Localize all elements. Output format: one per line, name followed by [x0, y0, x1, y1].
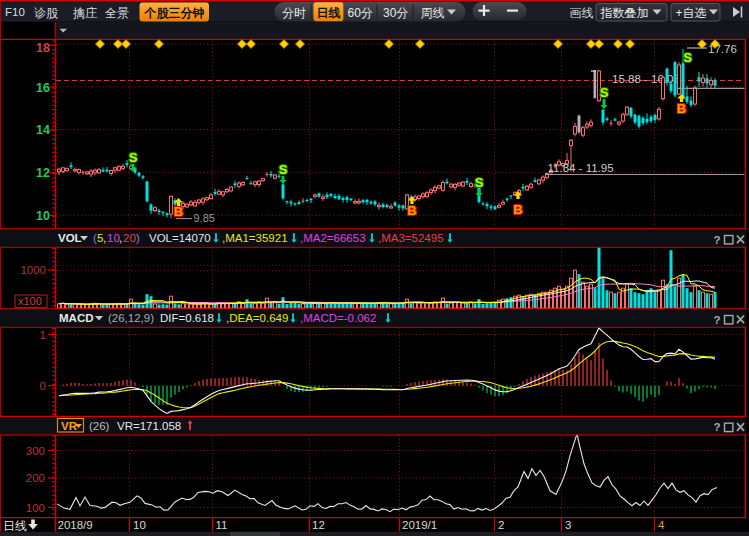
svg-text:10: 10	[107, 232, 120, 244]
svg-text:?: ?	[714, 314, 721, 326]
svg-text:): )	[136, 232, 140, 244]
svg-text:11.84 - 11.95: 11.84 - 11.95	[548, 162, 614, 174]
svg-text:,: ,	[119, 232, 122, 244]
svg-text:+自选: +自选	[676, 6, 707, 20]
svg-text:B: B	[407, 203, 416, 218]
svg-text:100: 100	[26, 502, 45, 514]
svg-text:2019/1: 2019/1	[402, 519, 437, 531]
svg-text:200: 200	[26, 472, 45, 484]
svg-text:300: 300	[26, 445, 45, 457]
svg-text:10: 10	[133, 519, 146, 531]
svg-text:10: 10	[36, 209, 50, 223]
svg-text:B: B	[677, 101, 686, 116]
svg-text:VR: VR	[61, 420, 78, 432]
svg-text:VOL=14070: VOL=14070	[149, 232, 211, 244]
svg-text:S: S	[129, 150, 138, 165]
svg-text:S: S	[683, 50, 692, 65]
svg-text:?: ?	[714, 234, 721, 246]
svg-text:S: S	[600, 85, 609, 100]
svg-text:,MACD=-0.062: ,MACD=-0.062	[300, 312, 376, 324]
svg-text:20: 20	[123, 232, 136, 244]
svg-text:画线: 画线	[570, 6, 594, 20]
svg-text:14: 14	[36, 123, 50, 137]
svg-text:擒庄: 擒庄	[73, 6, 97, 20]
svg-text:(26): (26)	[89, 420, 110, 432]
svg-text:,MA1=35921: ,MA1=35921	[222, 232, 288, 244]
svg-text:B: B	[513, 202, 522, 217]
svg-text:0: 0	[40, 380, 46, 392]
svg-text:1000: 1000	[20, 264, 46, 276]
svg-text:DIF=0.618: DIF=0.618	[160, 312, 214, 324]
svg-text:11: 11	[216, 519, 228, 531]
svg-text:,DEA=0.649: ,DEA=0.649	[226, 312, 288, 324]
svg-text:F10: F10	[5, 6, 25, 18]
svg-text:指数叠加: 指数叠加	[600, 6, 649, 20]
svg-text:VR=171.058: VR=171.058	[117, 420, 181, 432]
svg-text:2: 2	[498, 519, 504, 531]
svg-text:,MA2=66653: ,MA2=66653	[300, 232, 366, 244]
svg-text:12: 12	[312, 519, 325, 531]
svg-text:18: 18	[36, 41, 50, 55]
svg-text:12: 12	[36, 166, 50, 180]
svg-text:2018/9: 2018/9	[58, 519, 93, 531]
svg-text:30分: 30分	[383, 6, 408, 20]
svg-text:(26,12,9): (26,12,9)	[108, 312, 154, 324]
svg-text:15.88 - 16.05: 15.88 - 16.05	[612, 73, 680, 85]
svg-text:3: 3	[565, 519, 571, 531]
svg-text:S: S	[475, 175, 484, 190]
svg-text:日线: 日线	[3, 519, 27, 533]
svg-text:x100: x100	[18, 295, 42, 307]
svg-text:,: ,	[103, 232, 106, 244]
svg-text:?: ?	[714, 421, 721, 433]
svg-text:B: B	[174, 204, 183, 219]
svg-text:MACD: MACD	[59, 312, 94, 324]
svg-text:S: S	[279, 162, 288, 177]
svg-text:周线: 周线	[421, 6, 445, 20]
svg-text:4: 4	[658, 519, 665, 531]
svg-text:16: 16	[36, 81, 50, 95]
svg-text:日线: 日线	[317, 6, 341, 20]
svg-text:分时: 分时	[282, 6, 306, 20]
svg-text:诊股: 诊股	[34, 6, 58, 20]
svg-text:全景: 全景	[105, 6, 129, 20]
svg-text:60分: 60分	[348, 6, 373, 20]
svg-text:1: 1	[40, 329, 46, 341]
svg-text:17.76: 17.76	[708, 43, 737, 55]
svg-text:个股三分钟: 个股三分钟	[144, 6, 205, 20]
svg-text:VOL: VOL	[58, 232, 82, 244]
svg-text:,MA3=52495: ,MA3=52495	[378, 232, 444, 244]
svg-text:9.85: 9.85	[194, 212, 215, 224]
